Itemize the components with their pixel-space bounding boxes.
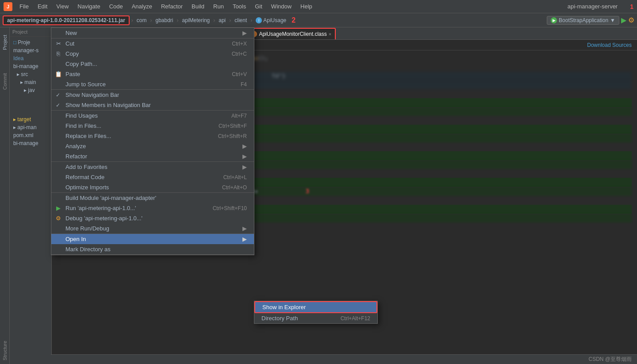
tree-bimanage2[interactable]: bi-manage [10, 139, 51, 147]
ctx-replaceinfiles-label: Replace in Files... [65, 133, 111, 139]
ctx-findusages[interactable]: Find Usages Alt+F7 [51, 111, 254, 121]
menu-view[interactable]: View [53, 2, 72, 11]
ctx-markdir[interactable]: Mark Directory as [51, 244, 254, 254]
ctx-paste-label: Paste [65, 71, 80, 77]
tree-item-bimanage[interactable]: bi-manage [10, 62, 51, 70]
tree-item-proje[interactable]: □ Proje [10, 38, 51, 46]
menu-run[interactable]: Run [210, 2, 227, 11]
paste-icon: 📋 [54, 71, 63, 77]
config-icon: ▶ [551, 17, 557, 23]
ctx-debug-label: Debug 'api-metering-api-1.0...' [65, 215, 142, 222]
ctx-section-2: ✂ Cut Ctrl+X ⎘ Copy Ctrl+C Copy Path... … [51, 38, 254, 90]
tree-item-main[interactable]: ▸ main [10, 78, 51, 86]
ctx-optimizeimports-shortcut: Ctrl+Alt+O [222, 184, 247, 191]
menu-window[interactable]: Window [268, 2, 295, 11]
tree-target[interactable]: ▸ target [10, 115, 51, 123]
tree-item-src[interactable]: ▸ src [10, 70, 51, 78]
breadcrumb-icon: I [256, 17, 262, 23]
ctx-new[interactable]: New ▶ [51, 28, 254, 38]
main-area: Project Commit Structure Project □ Proje… [0, 27, 637, 364]
tab-client-close[interactable]: × [329, 31, 331, 37]
tree-item-manager[interactable]: manager-s [10, 46, 51, 54]
ctx-optimizeimports[interactable]: Optimize Imports Ctrl+Alt+O [51, 182, 254, 192]
ctx-showmembers[interactable]: Show Members in Navigation Bar [51, 100, 254, 110]
ctx-jumptosource[interactable]: Jump to Source F4 [51, 79, 254, 89]
ctx-analyze[interactable]: Analyze ▶ [51, 141, 254, 151]
menu-code[interactable]: Code [106, 2, 127, 11]
ctx-copy[interactable]: ⎘ Copy Ctrl+C [51, 49, 254, 59]
status-text: CSDN @至尊烟雨 [588, 356, 632, 363]
ctx-refactor[interactable]: Refactor ▶ [51, 151, 254, 161]
project-tab[interactable]: Project [1, 30, 9, 54]
ctx-cut[interactable]: ✂ Cut Ctrl+X [51, 38, 254, 49]
menu-file[interactable]: File [16, 2, 32, 11]
ctx-paste[interactable]: 📋 Paste Ctrl+V [51, 69, 254, 79]
ctx-shownavbar-label: Show Navigation Bar [65, 92, 119, 98]
project-tree-bottom: ▸ target ▸ api-man pom.xml bi-manage [10, 114, 51, 149]
menu-git[interactable]: Git [251, 2, 266, 11]
tree-item-jav[interactable]: ▸ jav [10, 86, 51, 94]
ctx-reformatcode[interactable]: Reformat Code Ctrl+Alt+L [51, 172, 254, 182]
tree-item-label: Proje [18, 39, 30, 46]
breadcrumb-sep-1: › [131, 17, 133, 23]
openin-arrow-icon: ▶ [242, 236, 247, 242]
ctx-section-6: Build Module 'api-manager-adapter' ▶ Run… [51, 193, 254, 234]
download-sources-link[interactable]: Download Sources [587, 42, 632, 48]
ctx-reformatcode-shortcut: Ctrl+Alt+L [223, 174, 247, 180]
ctx-debug[interactable]: ⚙ Debug 'api-metering-api-1.0...' [51, 213, 254, 223]
ctx-new-label: New [65, 30, 77, 36]
structure-tab[interactable]: Structure [1, 337, 9, 364]
ctx-optimizeimports-label: Optimize Imports [65, 184, 109, 191]
menu-refactor[interactable]: Refactor [157, 2, 186, 11]
ctx-buildmodule[interactable]: Build Module 'api-manager-adapter' [51, 193, 254, 203]
menu-navigate[interactable]: Navigate [74, 2, 104, 11]
ctx-run[interactable]: ▶ Run 'api-metering-api-1.0...' Ctrl+Shi… [51, 203, 254, 213]
run-button[interactable]: ▶ [621, 16, 626, 24]
ctx-shownavbar[interactable]: Show Navigation Bar [51, 90, 254, 100]
ctx-findinfiles[interactable]: Find in Files... Ctrl+Shift+F [51, 121, 254, 131]
submenu-dirpath[interactable]: Directory Path Ctrl+Alt+F12 [254, 313, 377, 323]
commit-tab[interactable]: Commit [1, 69, 9, 94]
menu-tools[interactable]: Tools [229, 2, 249, 11]
ctx-jumptosource-shortcut: F4 [241, 81, 247, 88]
ctx-jumptosource-label: Jump to Source [65, 81, 106, 88]
ctx-addtofavorites[interactable]: Add to Favorites ▶ [51, 162, 254, 172]
ctx-morerun[interactable]: More Run/Debug ▶ [51, 223, 254, 234]
window-title: api-manager-server [568, 3, 618, 10]
submenu-showinexplorer[interactable]: Show in Explorer [254, 301, 377, 313]
project-panel-header: Project [10, 27, 51, 37]
nav-number: 2 [292, 16, 295, 24]
folder-icon: □ [13, 39, 16, 46]
menu-build[interactable]: Build [188, 2, 208, 11]
debug-button[interactable]: ⚙ [628, 16, 634, 24]
favorites-arrow-icon: ▶ [242, 164, 247, 170]
tab-client[interactable]: I ApiUsageMonitorClient.class × [246, 28, 336, 39]
ctx-copy-shortcut: Ctrl+C [232, 51, 247, 57]
breadcrumb-com: com [135, 16, 149, 24]
run-icon: ▶ [54, 205, 63, 211]
ctx-findusages-label: Find Usages [65, 112, 98, 119]
submenu-dirpath-label: Directory Path [261, 315, 298, 322]
context-menu: New ▶ ✂ Cut Ctrl+X ⎘ Copy Ctrl+C Copy Pa… [51, 27, 254, 255]
tree-pomxml[interactable]: pom.xml [10, 131, 51, 139]
ctx-addtofavorites-label: Add to Favorites [65, 164, 107, 170]
menu-analyze[interactable]: Analyze [128, 2, 156, 11]
ctx-paste-shortcut: Ctrl+V [232, 71, 247, 77]
tree-apiman[interactable]: ▸ api-man [10, 123, 51, 131]
ctx-refactor-label: Refactor [65, 153, 87, 160]
refactor-arrow-icon: ▶ [242, 153, 247, 160]
ctx-replaceinfiles[interactable]: Replace in Files... Ctrl+Shift+R [51, 131, 254, 141]
submenu: Show in Explorer Directory Path Ctrl+Alt… [254, 301, 378, 324]
menu-edit[interactable]: Edit [34, 2, 51, 11]
menu-help[interactable]: Help [297, 2, 316, 11]
run-config-dropdown[interactable]: ▶ BootStrapApplication ▼ [547, 16, 619, 25]
win-number: 1 [630, 3, 633, 10]
ctx-findinfiles-shortcut: Ctrl+Shift+F [219, 123, 247, 129]
tree-item-idea[interactable]: Idea [10, 54, 51, 62]
ctx-copypath[interactable]: Copy Path... [51, 59, 254, 69]
jar-label[interactable]: api-metering-api-1.0.0-20211208.025342-1… [3, 15, 130, 25]
ctx-run-label: Run 'api-metering-api-1.0...' [65, 205, 136, 211]
ctx-reformatcode-label: Reformat Code [65, 174, 104, 180]
left-side-tabs: Project Commit Structure [0, 27, 10, 364]
ctx-openin[interactable]: Open In ▶ [51, 234, 254, 244]
